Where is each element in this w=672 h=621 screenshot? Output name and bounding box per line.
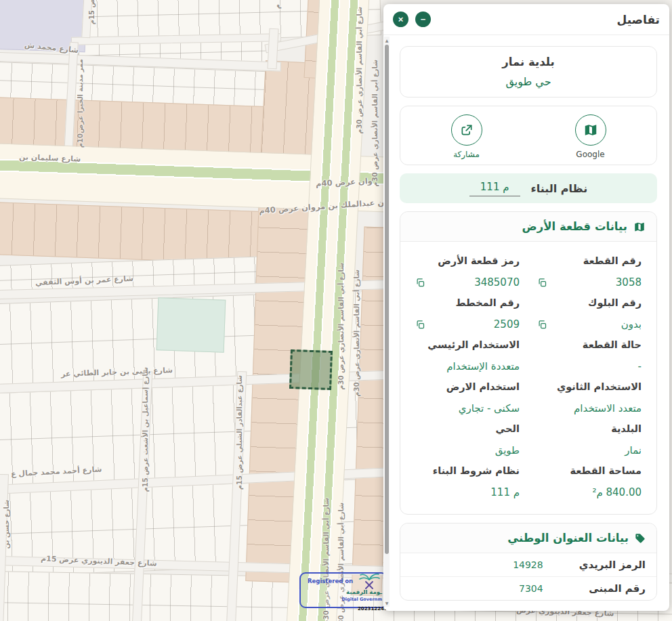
tag-icon [635, 533, 646, 544]
national-address-card: بيانات العنوان الوطني الرمز البريدي 1492… [400, 523, 657, 601]
municipality-card: بلدية نمار حي طويق [400, 46, 657, 98]
copy-icon[interactable] [537, 278, 547, 288]
street-label: شارع أبي القاسم الأنصاري عرض 30م [337, 263, 345, 390]
street-label: شارع أبي القاسم الأنصاري عرض 30م [371, 60, 379, 187]
map-icon [633, 221, 646, 233]
field-secondary-use: الاستخدام الثانوي متعدد الاستخدام [537, 381, 642, 414]
minimize-button[interactable]: − [415, 12, 431, 27]
field-district: الحي طويق [415, 423, 520, 456]
field-building-conditions: نظام شروط البناء م 111 [415, 465, 520, 498]
google-maps-label: Google [576, 150, 604, 159]
actions-card: Google مشاركة [400, 106, 657, 165]
watermark-arabic: ـومة الرقمية [346, 588, 382, 595]
field-municipality: البلدية نمار [537, 423, 642, 456]
building-system-banner: نظام البناء م 111 [400, 173, 657, 203]
street-label: شارع عبدالقادر الشبلي عرض 15م [236, 375, 243, 490]
map-parcel-block [0, 202, 261, 264]
national-address-card-header: بيانات العنوان الوطني [400, 523, 656, 553]
scroll-up-icon[interactable]: ▲ [384, 38, 390, 43]
land-parcel-title: بيانات قطعة الأرض [522, 220, 627, 233]
field-parcel-status: حالة القطعة - [537, 339, 642, 372]
land-parcel-card: بيانات قطعة الأرض رقم القطعة 3058 رمز قط… [400, 211, 657, 515]
google-maps-button[interactable]: Google [528, 114, 652, 159]
street-label: ممر مدينة الخيرا عرض10م [77, 59, 84, 148]
panel-title: تفاصيل [438, 13, 660, 26]
national-address-rows: الرمز البريدي 14928 رقم المبنى 7304 [400, 553, 656, 600]
map-park-block [156, 297, 226, 352]
field-land-use: استخدام الارض سكنى - تجاري [415, 381, 520, 414]
copy-icon[interactable] [537, 320, 547, 330]
app-window: شارع محمد ش ممر مدينة الخيرا عرض10م ص 15… [0, 0, 672, 621]
registration-watermark: Registered on ـومة الرقمية Digital Gover… [299, 572, 387, 608]
panel-header: تفاصيل − × [383, 4, 669, 35]
scroll-down-icon[interactable]: ▼ [384, 601, 390, 605]
google-maps-icon [575, 114, 606, 146]
share-label: مشاركة [453, 150, 480, 159]
close-button[interactable]: × [393, 12, 408, 27]
street-label: ص 15م [88, 0, 96, 24]
selected-parcel[interactable] [289, 349, 333, 390]
panel-scrollbar[interactable]: ▲ ▼ [384, 37, 390, 607]
field-parcel-number: رقم القطعة 3058 [537, 255, 642, 288]
postal-code-row: الرمز البريدي 14928 [400, 553, 656, 576]
field-parcel-code: رمز قطعة الأرض 3485070 [415, 255, 520, 288]
share-button[interactable]: مشاركة [404, 114, 528, 159]
street-label: شارع أبي القاسم الأنصاري عرض 30م [353, 270, 360, 397]
district-name: حي طويق [407, 75, 650, 88]
land-parcel-fields: رقم القطعة 3058 رمز قطعة الأرض 3485070 ر… [400, 242, 656, 514]
field-plan-number: رقم المخطط 2509 [415, 297, 520, 330]
land-parcel-card-header: بيانات قطعة الأرض [400, 212, 656, 242]
details-panel: تفاصيل − × بلدية نمار حي طويق Google [383, 4, 669, 611]
share-icon [451, 114, 482, 146]
building-system-value: م 111 [469, 181, 520, 196]
panel-body: بلدية نمار حي طويق Google [383, 35, 669, 611]
scrollbar-thumb[interactable] [385, 45, 389, 554]
building-system-label: نظام البناء [531, 182, 588, 195]
field-block-number: رقم البلوك بدون [537, 297, 642, 330]
watermark-english: Digital Governm [341, 597, 382, 602]
copy-icon[interactable] [415, 320, 425, 330]
field-parcel-area: مساحة القطعة 840.00 م² [537, 465, 642, 498]
watermark-text: Registered on [308, 578, 353, 584]
national-address-title: بيانات العنوان الوطني [507, 532, 629, 544]
building-number-row: رقم المبنى 7304 [400, 576, 656, 600]
municipality-name: بلدية نمار [407, 56, 650, 68]
copy-icon[interactable] [415, 278, 425, 288]
street-label: شارع إسماعيل بن الأشعث عرض 15م [142, 367, 149, 492]
field-main-use: الاستخدام الرئيسي متعددة الإستخدام [415, 339, 520, 372]
street-label: م [274, 4, 281, 9]
street-label: شارع أبي القاسم الأنصاري عرض 30م [356, 7, 363, 134]
street-label: شارع حسن بن [3, 500, 10, 549]
